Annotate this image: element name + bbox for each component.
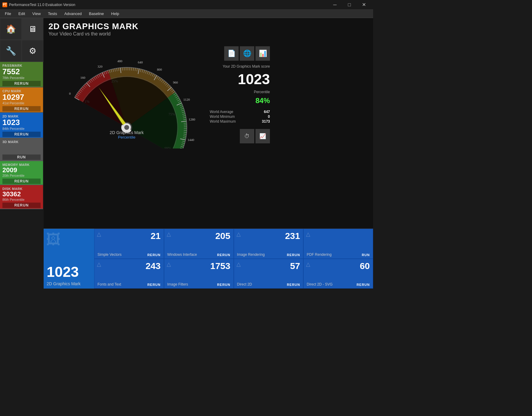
tile-icon-4: △ [97,261,101,268]
sidebar-top-icons: 🏠 🖥 [0,18,44,40]
score-stats: World Average 647 World Minimum 0 World … [210,110,270,124]
sidebar-card-passmark[interactable]: PASSMARK 7552 78th Percentile RERUN [0,62,43,87]
tile-value-5: 1753 [167,261,230,271]
sidebar-card-disk[interactable]: DISK MARK 30362 86th Percentile RERUN [0,185,43,209]
menu-tests[interactable]: Tests [44,10,60,17]
page-title: 2D GRAPHICS MARK [48,22,368,31]
titlebar-left: PT PerformanceTest 11.0 Evaluation Versi… [2,2,75,7]
menu-file[interactable]: File [1,10,15,17]
tile-windows-interface: △ 205 Windows Interface RERUN [164,229,234,259]
menu-baseline[interactable]: Baseline [85,10,107,17]
world-maximum-row: World Maximum 3173 [210,119,270,124]
score-report-button[interactable]: 📄 [224,46,239,61]
sidebar-card-2d[interactable]: 2D MARK 1023 84th Percentile RERUN [0,113,43,138]
tile-action-5[interactable]: RERUN [217,283,230,286]
menu-view[interactable]: View [29,10,44,17]
sidebar-card-cpu[interactable]: CPU MARK 10297 41st Percentile RERUN [0,87,43,113]
score-chart-button[interactable]: 📊 [255,46,270,61]
score-panel: 📄 🌐 📊 Your 2D Graphics Mark score 1023 P… [210,40,270,226]
passmark-percentile: 78th Percentile [2,76,41,80]
threed-value [2,144,41,150]
sidebar-monitor-button[interactable]: 🖥 [22,18,43,40]
sidebar-icon-row2: 🔧 ⚙ [0,40,44,62]
bottom-tiles: 🖼 1023 2D Graphics Mark △ 21 Simple Vect… [44,228,373,289]
memory-rerun[interactable]: RERUN [2,179,41,184]
tile-simple-vectors: △ 21 Simple Vectors RERUN [94,229,164,259]
cpu-rerun[interactable]: RERUN [2,106,41,112]
cpu-label: CPU MARK [2,89,41,93]
gauge-icon-button[interactable]: ⏱ [240,129,254,143]
gauge-container: 2D Graphics Mark Percentile [48,40,205,148]
sidebar-card-3d[interactable]: 3D MARK RUN [0,138,43,161]
tile-value-2: 231 [237,231,300,241]
tile-icon-0: △ [97,231,101,237]
tile-direct2d: △ 57 Direct 2D RERUN [234,259,304,289]
tile-action-4[interactable]: RERUN [147,283,161,286]
big-tile-label: 2D Graphics Mark [47,281,91,286]
sidebar-card-memory[interactable]: MEMORY MARK 2009 20th Percentile RERUN [0,161,43,185]
menu-advanced[interactable]: Advanced [61,10,85,17]
tile-bottom-3: PDF Rendering RUN [307,252,370,257]
disk-value: 30362 [2,191,41,198]
tile-action-1[interactable]: RERUN [217,253,230,257]
world-maximum-value: 3173 [262,119,270,124]
sidebar-settings-button[interactable]: ⚙ [22,40,43,62]
threed-percentile [2,150,41,153]
score-world-button[interactable]: 🌐 [240,46,254,61]
sidebar-home-button[interactable]: 🏠 [0,18,22,40]
world-average-value: 647 [264,110,270,114]
minimize-button[interactable]: ─ [328,0,342,10]
app-title: PerformanceTest 11.0 Evaluation Version [9,3,75,7]
tile-action-2[interactable]: RERUN [287,253,300,257]
twod-percentile: 84th Percentile [2,127,41,130]
menu-help[interactable]: Help [107,10,123,17]
memory-label: MEMORY MARK [2,163,41,167]
titlebar-controls: ─ □ ✕ [328,0,371,10]
tile-action-6[interactable]: RERUN [287,283,300,286]
score-value: 1023 [210,71,270,87]
page-subtitle: Your Video Card vs the world [48,31,368,37]
tile-image-rendering: △ 231 Image Rendering RERUN [234,229,304,259]
app-icon: PT [2,2,7,7]
tile-pdf-rendering: △ PDF Rendering RUN [303,229,373,259]
tile-value-1: 205 [167,231,230,241]
world-minimum-row: World Minimum 0 [210,115,270,119]
tile-direct2d-svg: △ 60 Direct 2D - SVG RERUN [303,259,373,289]
tile-action-0[interactable]: RERUN [147,253,161,257]
memory-percentile: 20th Percentile [2,174,41,177]
tile-image-filters: △ 1753 Image Filters RERUN [164,259,234,289]
tile-action-3[interactable]: RUN [362,253,370,257]
maximize-button[interactable]: □ [342,0,356,10]
disk-rerun[interactable]: RERUN [2,203,41,208]
tile-label-3: PDF Rendering [307,252,332,257]
twod-value: 1023 [2,118,41,127]
tile-action-7[interactable]: RERUN [357,283,370,286]
tile-value-0: 21 [97,231,161,241]
tile-icon-1: △ [167,231,171,237]
big-tile-bg-icon: 🖼 [46,231,60,248]
sidebar-config-button[interactable]: 🔧 [0,40,22,62]
twod-rerun[interactable]: RERUN [2,132,41,137]
passmark-rerun[interactable]: RERUN [2,81,41,86]
score-description: Your 2D Graphics Mark score [210,64,270,69]
big-tile: 🖼 1023 2D Graphics Mark [44,229,94,289]
tile-value-7: 60 [307,261,370,271]
menubar: File Edit View Tests Advanced Baseline H… [0,10,373,18]
tile-label-7: Direct 2D - SVG [307,282,332,286]
world-maximum-label: World Maximum [210,119,236,124]
chart-history-button[interactable]: 📈 [255,129,270,143]
tile-bottom-7: Direct 2D - SVG RERUN [307,282,370,286]
tile-icon-6: △ [237,261,241,268]
threed-label: 3D MARK [2,140,41,144]
tile-icon-5: △ [167,261,171,268]
tile-fonts-text: △ 243 Fonts and Text RERUN [94,259,164,289]
threed-run[interactable]: RUN [2,154,41,160]
menu-edit[interactable]: Edit [15,10,29,17]
gauge-section: 2D Graphics Mark Percentile 📄 🌐 📊 Your 2… [44,38,373,228]
tile-bottom-1: Windows Interface RERUN [167,252,230,257]
tile-label-4: Fonts and Text [97,282,121,286]
tile-value-4: 243 [97,261,161,271]
passmark-value: 7552 [2,67,41,76]
close-button[interactable]: ✕ [357,0,371,10]
world-minimum-label: World Minimum [210,115,235,119]
